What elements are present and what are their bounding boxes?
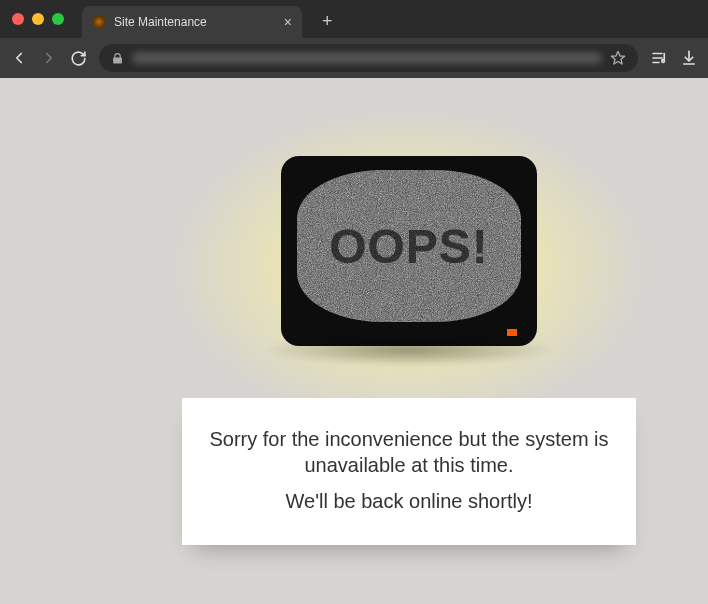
address-url-blurred (132, 52, 602, 64)
svg-point-4 (662, 60, 665, 63)
browser-tab[interactable]: Site Maintenance × (82, 6, 302, 38)
window-maximize-button[interactable] (52, 13, 64, 25)
browser-header: Site Maintenance × + (0, 0, 708, 38)
arrow-left-icon (10, 49, 28, 67)
star-icon[interactable] (610, 50, 626, 66)
new-tab-button[interactable]: + (322, 11, 333, 32)
message-box: Sorry for the inconvenience but the syst… (182, 398, 636, 545)
message-line-1: Sorry for the inconvenience but the syst… (206, 426, 612, 478)
lock-icon (111, 52, 124, 65)
browser-toolbar (0, 38, 708, 78)
page-content: OOPS! Sorry for the inconvenience but th… (0, 78, 708, 604)
tv-graphic: OOPS! (281, 156, 537, 346)
tab-favicon (92, 15, 106, 29)
window-close-button[interactable] (12, 13, 24, 25)
window-minimize-button[interactable] (32, 13, 44, 25)
reload-button[interactable] (70, 50, 87, 67)
message-line-2: We'll be back online shortly! (206, 490, 612, 513)
tv-power-led (507, 329, 517, 336)
oops-text: OOPS! (329, 219, 489, 274)
back-button[interactable] (10, 49, 28, 67)
reader-mode-button[interactable] (650, 49, 668, 67)
svg-marker-0 (611, 51, 624, 64)
download-icon (680, 49, 698, 67)
arrow-right-icon (40, 49, 58, 67)
forward-button[interactable] (40, 49, 58, 67)
download-button[interactable] (680, 49, 698, 67)
tab-title: Site Maintenance (114, 15, 207, 29)
reload-icon (70, 50, 87, 67)
tab-close-icon[interactable]: × (284, 15, 292, 29)
list-music-icon (650, 49, 668, 67)
address-bar[interactable] (99, 44, 638, 72)
traffic-lights (12, 13, 64, 25)
tv-screen: OOPS! (297, 170, 521, 322)
